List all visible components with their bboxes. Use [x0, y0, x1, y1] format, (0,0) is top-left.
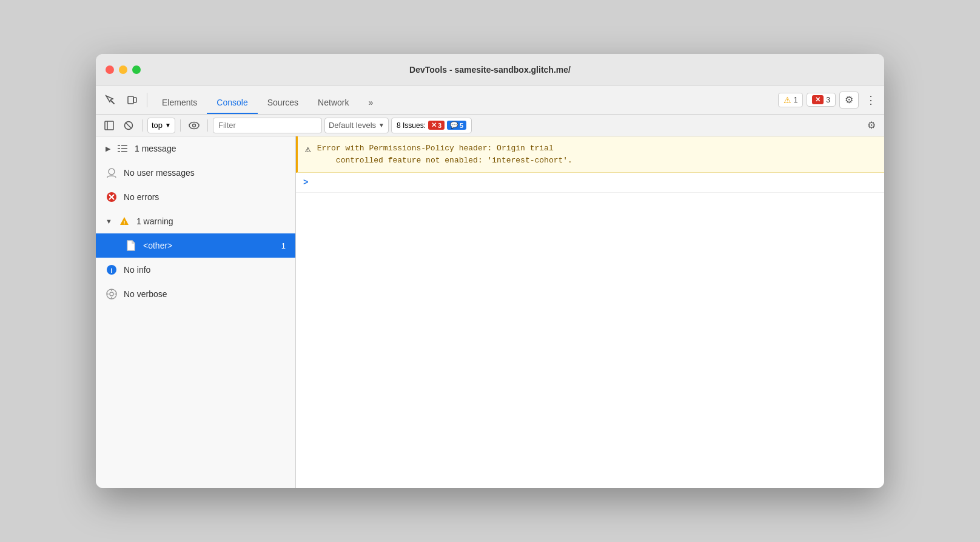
info-icon: i: [106, 264, 118, 276]
main-content: ▶ 1 message: [96, 136, 884, 488]
warning-message-text: Error with Permissions-Policy header: Or…: [317, 142, 572, 166]
svg-point-15: [109, 169, 115, 175]
dropdown-arrow-icon: ▼: [165, 122, 171, 129]
issues-chat-icon: 💬: [450, 121, 458, 129]
warning-row-icon: ⚠: [305, 143, 311, 166]
svg-line-6: [126, 122, 132, 129]
tab-more[interactable]: »: [358, 92, 383, 114]
gear-icon: ⚙: [845, 94, 853, 105]
verbose-icon: [106, 288, 118, 300]
error-icon: [106, 191, 118, 203]
toolbar-separator-1: [147, 93, 147, 107]
warning-icon: !: [118, 215, 130, 227]
issues-x-icon: ✕: [431, 121, 437, 129]
warning-message-row: ⚠ Error with Permissions-Policy header: …: [296, 136, 884, 173]
expand-arrow-icon: ▼: [106, 218, 112, 225]
tab-elements[interactable]: Elements: [152, 92, 207, 114]
clear-console-icon[interactable]: [120, 117, 137, 134]
device-toggle-icon[interactable]: [122, 90, 142, 110]
sidebar-item-user-messages[interactable]: No user messages: [96, 161, 295, 185]
prompt-chevron-icon: >: [303, 178, 308, 187]
svg-point-7: [189, 122, 199, 129]
svg-line-0: [111, 101, 114, 104]
sidebar-item-info[interactable]: i No info: [96, 258, 295, 282]
user-icon: [106, 167, 118, 179]
svg-point-23: [110, 292, 113, 296]
issues-label: 8 Issues:: [397, 121, 426, 130]
sidebar-item-errors[interactable]: No errors: [96, 185, 295, 209]
svg-text:!: !: [123, 219, 125, 226]
top-label: top: [152, 121, 163, 130]
window-title: DevTools - samesite-sandbox.glitch.me/: [409, 65, 571, 75]
toolbar-sep-3: [180, 119, 181, 132]
console-prompt-row[interactable]: >: [296, 173, 884, 193]
maximize-button[interactable]: [132, 65, 141, 74]
errors-badge[interactable]: ✕ 3: [807, 93, 836, 107]
console-settings-icon[interactable]: ⚙: [864, 118, 879, 133]
tab-bar: Elements Console Sources Network »: [152, 85, 776, 114]
minimize-button[interactable]: [119, 65, 127, 74]
settings-button[interactable]: ⚙: [839, 92, 859, 109]
toolbar-sep-2: [142, 119, 143, 132]
default-levels-label: Default levels: [329, 121, 376, 130]
sidebar-item-other[interactable]: <other> 1: [96, 233, 295, 258]
errors-label: No errors: [124, 192, 286, 202]
console-gear-icon: ⚙: [867, 119, 876, 131]
tab-network[interactable]: Network: [308, 92, 358, 114]
other-count: 1: [281, 241, 286, 250]
warnings-label: 1 warning: [136, 216, 286, 226]
tab-sources[interactable]: Sources: [258, 92, 308, 114]
context-dropdown[interactable]: top ▼: [147, 118, 175, 133]
warnings-badge[interactable]: ⚠ 1: [778, 93, 804, 107]
devtools-window: DevTools - samesite-sandbox.glitch.me/ E…: [96, 54, 884, 488]
levels-arrow-icon: ▼: [378, 122, 384, 129]
tab-console[interactable]: Console: [207, 92, 257, 114]
sidebar: ▶ 1 message: [96, 136, 296, 488]
titlebar: DevTools - samesite-sandbox.glitch.me/: [96, 54, 884, 85]
errors-count: 3: [826, 96, 830, 104]
sidebar-item-warnings[interactable]: ▼ ! 1 warning: [96, 209, 295, 233]
svg-rect-2: [133, 98, 136, 102]
user-messages-label: No user messages: [124, 168, 286, 178]
warnings-count: 1: [794, 96, 798, 104]
more-menu-button[interactable]: ⋮: [862, 92, 879, 109]
svg-rect-3: [105, 121, 113, 130]
toolbar-sep-4: [207, 119, 208, 132]
ellipsis-icon: ⋮: [865, 93, 876, 107]
close-button[interactable]: [106, 65, 114, 74]
svg-text:i: i: [110, 267, 112, 274]
issues-info-count: 💬 5: [447, 121, 466, 130]
sidebar-toggle-icon[interactable]: [101, 117, 118, 134]
error-x-icon: ✕: [812, 95, 824, 104]
file-icon: [125, 239, 137, 252]
console-output: ⚠ Error with Permissions-Policy header: …: [296, 136, 884, 488]
log-levels-dropdown[interactable]: Default levels ▼: [324, 118, 389, 133]
inspect-icon[interactable]: [101, 90, 120, 110]
other-label: <other>: [143, 241, 275, 250]
toolbar-right: ⚠ 1 ✕ 3 ⚙ ⋮: [778, 92, 879, 109]
list-icon: [116, 142, 129, 155]
filter-input[interactable]: [213, 118, 322, 133]
info-label: No info: [124, 265, 286, 275]
issues-count-badge[interactable]: 8 Issues: ✕ 3 💬 5: [391, 118, 472, 133]
console-toolbar: top ▼ Default levels ▼ 8 Issues: ✕ 3 💬 5: [96, 115, 884, 136]
sidebar-item-verbose[interactable]: No verbose: [96, 282, 295, 306]
svg-point-8: [192, 124, 195, 127]
collapse-arrow-icon: ▶: [106, 145, 110, 153]
traffic-lights: [106, 65, 141, 74]
messages-label: 1 message: [135, 144, 286, 153]
eye-icon[interactable]: [186, 117, 203, 134]
verbose-label: No verbose: [124, 289, 286, 299]
svg-rect-1: [128, 96, 133, 104]
issues-error-count: ✕ 3: [428, 121, 445, 130]
sidebar-item-messages[interactable]: ▶ 1 message: [96, 136, 295, 161]
main-toolbar: Elements Console Sources Network » ⚠ 1 ✕…: [96, 85, 884, 115]
warning-triangle-icon: ⚠: [784, 95, 791, 105]
